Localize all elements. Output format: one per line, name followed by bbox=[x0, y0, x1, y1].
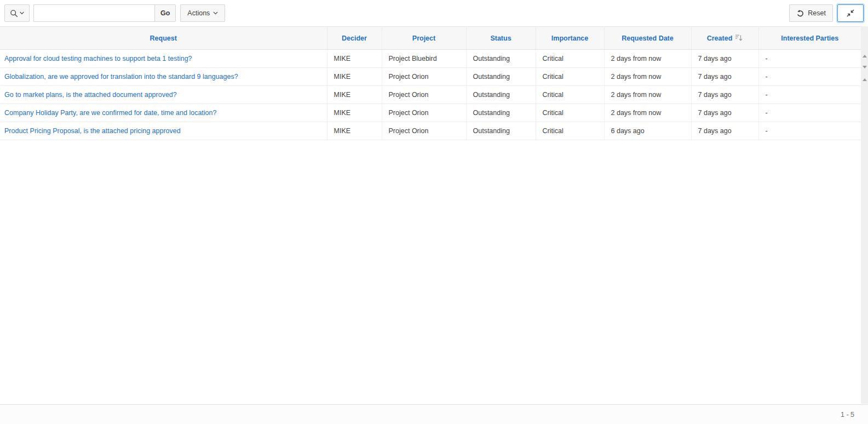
cell-interested_parties: - bbox=[758, 68, 861, 86]
request-link[interactable]: Globalization, are we approved for trans… bbox=[4, 73, 238, 81]
column-header-created[interactable]: Created bbox=[691, 27, 758, 50]
cell-requested_date: 6 days ago bbox=[604, 122, 691, 140]
cell-status: Outstanding bbox=[466, 86, 536, 104]
cell-decider: MIKE bbox=[327, 86, 382, 104]
cell-status: Outstanding bbox=[466, 68, 536, 86]
chevron-down-icon bbox=[213, 12, 218, 15]
column-header-requested_date[interactable]: Requested Date bbox=[604, 27, 691, 50]
table-row: Globalization, are we approved for trans… bbox=[0, 68, 861, 86]
cell-request: Approval for cloud testing machines to s… bbox=[0, 50, 327, 68]
table-row: Go to market plans, is the attached docu… bbox=[0, 86, 861, 104]
go-button[interactable]: Go bbox=[154, 4, 176, 22]
column-header-label: Status bbox=[490, 35, 511, 42]
cell-status: Outstanding bbox=[466, 50, 536, 68]
cell-requested_date: 2 days from now bbox=[604, 86, 691, 104]
table-row: Approval for cloud testing machines to s… bbox=[0, 50, 861, 68]
cell-importance: Critical bbox=[536, 122, 604, 140]
cell-requested_date: 2 days from now bbox=[604, 104, 691, 122]
column-header-label: Requested Date bbox=[622, 35, 673, 42]
table-row: Company Holiday Party, are we confirmed … bbox=[0, 104, 861, 122]
column-header-label: Importance bbox=[551, 35, 588, 42]
interactive-report: RequestDeciderProjectStatusImportanceReq… bbox=[0, 26, 861, 140]
cell-requested_date: 2 days from now bbox=[604, 68, 691, 86]
actions-button[interactable]: Actions bbox=[180, 4, 225, 22]
cell-importance: Critical bbox=[536, 86, 604, 104]
cell-created: 7 days ago bbox=[691, 122, 758, 140]
cell-status: Outstanding bbox=[466, 104, 536, 122]
column-header-label: Created bbox=[707, 35, 733, 42]
cell-interested_parties: - bbox=[758, 50, 861, 68]
request-link[interactable]: Company Holiday Party, are we confirmed … bbox=[4, 109, 216, 117]
reset-icon bbox=[796, 9, 804, 18]
cell-interested_parties: - bbox=[758, 104, 861, 122]
cell-importance: Critical bbox=[536, 68, 604, 86]
column-header-decider[interactable]: Decider bbox=[327, 27, 382, 50]
search-input[interactable] bbox=[33, 4, 154, 22]
actions-button-label: Actions bbox=[187, 9, 210, 17]
cell-interested_parties: - bbox=[758, 86, 861, 104]
column-header-request[interactable]: Request bbox=[0, 27, 327, 50]
cell-created: 7 days ago bbox=[691, 86, 758, 104]
cell-request: Product Pricing Proposal, is the attache… bbox=[0, 122, 327, 140]
reset-button-label: Reset bbox=[808, 9, 826, 17]
chevron-down-icon bbox=[20, 12, 24, 15]
toolbar-right: Reset bbox=[789, 4, 864, 22]
cell-project: Project Orion bbox=[382, 104, 466, 122]
report-footer: 1 - 5 bbox=[0, 404, 868, 424]
search-icon bbox=[10, 9, 18, 18]
cell-project: Project Orion bbox=[382, 68, 466, 86]
column-header-importance[interactable]: Importance bbox=[536, 27, 604, 50]
request-link[interactable]: Approval for cloud testing machines to s… bbox=[4, 55, 192, 62]
column-header-project[interactable]: Project bbox=[382, 27, 466, 50]
cell-project: Project Orion bbox=[382, 122, 466, 140]
column-header-interested_parties[interactable]: Interested Parties bbox=[758, 27, 861, 50]
cell-created: 7 days ago bbox=[691, 68, 758, 86]
cell-decider: MIKE bbox=[327, 50, 382, 68]
column-header-label: Decider bbox=[342, 35, 367, 42]
scroll-up-icon[interactable] bbox=[863, 55, 867, 58]
cell-decider: MIKE bbox=[327, 104, 382, 122]
search-options-button[interactable] bbox=[4, 4, 30, 22]
search-group: Go bbox=[33, 4, 176, 22]
cell-requested_date: 2 days from now bbox=[604, 50, 691, 68]
cell-request: Globalization, are we approved for trans… bbox=[0, 68, 327, 86]
collapse-arrows-icon bbox=[846, 9, 855, 18]
cell-importance: Critical bbox=[536, 104, 604, 122]
restore-region-button[interactable] bbox=[837, 4, 864, 22]
request-link[interactable]: Product Pricing Proposal, is the attache… bbox=[4, 127, 181, 135]
cell-created: 7 days ago bbox=[691, 104, 758, 122]
report-toolbar: Go Actions Reset bbox=[0, 0, 868, 26]
request-link[interactable]: Go to market plans, is the attached docu… bbox=[4, 91, 177, 99]
column-header-label: Project bbox=[412, 35, 435, 42]
cell-decider: MIKE bbox=[327, 122, 382, 140]
column-header-status[interactable]: Status bbox=[466, 27, 536, 50]
vertical-scrollbar[interactable] bbox=[861, 26, 868, 404]
header-row: RequestDeciderProjectStatusImportanceReq… bbox=[0, 27, 861, 50]
cell-decider: MIKE bbox=[327, 68, 382, 86]
report-table: RequestDeciderProjectStatusImportanceReq… bbox=[0, 26, 861, 140]
reset-button[interactable]: Reset bbox=[789, 4, 833, 22]
cell-importance: Critical bbox=[536, 50, 604, 68]
cell-request: Company Holiday Party, are we confirmed … bbox=[0, 104, 327, 122]
cell-project: Project Bluebird bbox=[382, 50, 466, 68]
column-header-label: Interested Parties bbox=[781, 35, 838, 42]
scroll-down-icon[interactable] bbox=[863, 66, 867, 68]
sort-descending-icon bbox=[735, 34, 743, 42]
pagination-label: 1 - 5 bbox=[841, 411, 854, 419]
cell-status: Outstanding bbox=[466, 122, 536, 140]
table-row: Product Pricing Proposal, is the attache… bbox=[0, 122, 861, 140]
column-header-label: Request bbox=[150, 35, 177, 42]
cell-project: Project Orion bbox=[382, 86, 466, 104]
scroll-up-icon[interactable] bbox=[863, 78, 867, 81]
cell-interested_parties: - bbox=[758, 122, 861, 140]
cell-created: 7 days ago bbox=[691, 50, 758, 68]
cell-request: Go to market plans, is the attached docu… bbox=[0, 86, 327, 104]
